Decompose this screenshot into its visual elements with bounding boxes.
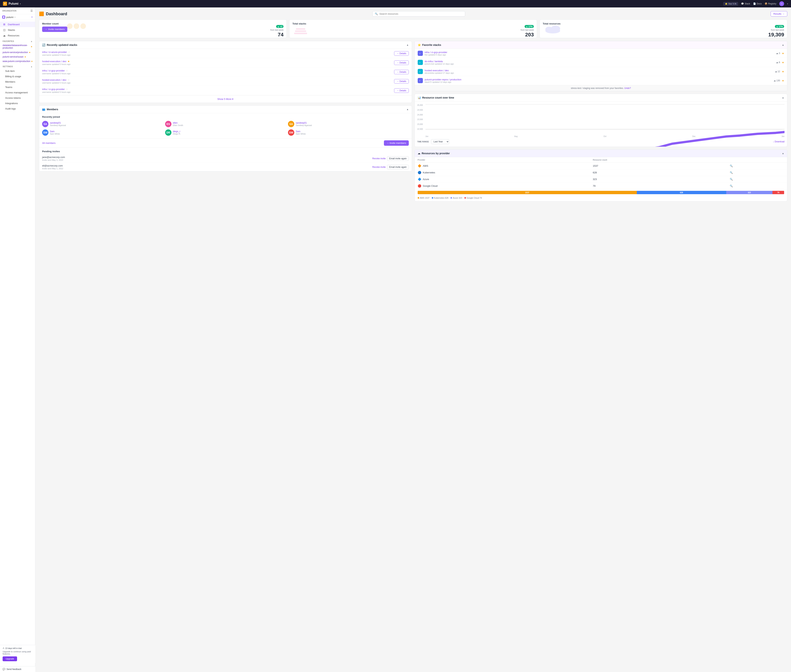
member-username-2[interactable]: sandeep01 bbox=[296, 122, 312, 124]
avatar-0: SA bbox=[42, 121, 48, 127]
fav-star-stack-3[interactable]: ★ bbox=[782, 79, 784, 82]
fav-item-datalake[interactable]: datalake/datawarehouse-production ★ bbox=[0, 43, 35, 50]
details-btn-0[interactable]: → Details bbox=[394, 51, 409, 56]
member-username-5[interactable]: Sam bbox=[296, 130, 306, 133]
members-icon: 👥 bbox=[42, 108, 45, 111]
details-btn-3[interactable]: → Details bbox=[394, 79, 409, 83]
provider-collapse[interactable]: ▲ bbox=[782, 152, 784, 155]
star-icon-2[interactable]: ☆ bbox=[66, 69, 68, 72]
recently-updated-collapse[interactable]: ▲ bbox=[406, 44, 409, 46]
search-icon-1[interactable]: 🔍 bbox=[730, 171, 733, 174]
sidebar-item-members[interactable]: Members bbox=[0, 79, 35, 85]
members-collapse[interactable]: ▲ bbox=[406, 108, 409, 110]
pending-title: Pending invites bbox=[39, 148, 412, 154]
show-more-button[interactable]: Show 5 More ▾ bbox=[217, 98, 233, 101]
sidebar-item-dashboard[interactable]: ⊞ Dashboard bbox=[0, 22, 35, 27]
fav-item-pulumi-service-susan[interactable]: pulumi-service/susan ★ bbox=[0, 54, 35, 59]
member-item-2: SA sandeep01 Sandeep Agarwal bbox=[288, 121, 409, 127]
add-org-button[interactable]: + bbox=[31, 15, 33, 19]
provider-search-3[interactable]: 🔍 bbox=[727, 182, 787, 189]
member-username-3[interactable]: Sam bbox=[50, 130, 60, 133]
pulumi-logo: P bbox=[3, 2, 7, 6]
sidebar-item-billing[interactable]: Billing & usage bbox=[0, 74, 35, 79]
registry-link[interactable]: 📦 Registry bbox=[765, 2, 777, 5]
avatar-chevron[interactable]: ▾ bbox=[787, 3, 788, 5]
docs-link[interactable]: 📄 Docs bbox=[753, 2, 762, 5]
sidebar-toggle[interactable]: ☰ bbox=[30, 9, 33, 12]
fav-stack-name-1[interactable]: do-infra / lambda bbox=[425, 60, 454, 63]
star-icon-1[interactable]: ★ bbox=[67, 60, 70, 63]
star-icon-3[interactable]: ☆ bbox=[67, 78, 70, 81]
fav-stacks-content: G infra / ci-gcp-provider frei updated 5… bbox=[415, 49, 787, 91]
all-members-link[interactable]: All members bbox=[42, 142, 56, 144]
results-button[interactable]: Results → bbox=[770, 11, 787, 16]
search-input[interactable] bbox=[379, 13, 463, 15]
member-username-1[interactable]: ellen bbox=[173, 122, 183, 124]
chart-collapse[interactable]: ▲ bbox=[782, 96, 784, 99]
provider-search-2[interactable]: 🔍 bbox=[727, 176, 787, 182]
fav-star-stack-0[interactable]: ★ bbox=[782, 52, 784, 55]
star-icon-0[interactable]: ☆ bbox=[68, 51, 70, 53]
revoke-btn-1[interactable]: Revoke invite bbox=[372, 165, 385, 169]
invite-members-button-2[interactable]: → Invite members bbox=[384, 140, 409, 146]
stack-name-1[interactable]: hosted-execution / dev ★ bbox=[42, 60, 394, 63]
trial-days: ⚠ 13 days left in trial bbox=[3, 647, 33, 650]
sidebar-item-access-management[interactable]: Access management bbox=[0, 90, 35, 95]
svg-text:H: H bbox=[419, 71, 420, 73]
sidebar-item-access-tokens[interactable]: Access tokens bbox=[0, 95, 35, 101]
topnav-left: P Pulumi ▾ bbox=[3, 2, 21, 6]
sidebar-item-sub[interactable]: Sub item bbox=[0, 68, 35, 74]
search-icon-0[interactable]: 🔍 bbox=[730, 165, 733, 167]
email-again-btn-1[interactable]: Email invite again bbox=[387, 165, 409, 169]
resources-by-provider-header: ☁ Resources by provider ▲ bbox=[415, 150, 787, 157]
fav-stacks-collapse[interactable]: ▲ bbox=[782, 44, 784, 46]
sidebar-header: ORGANIZATION ☰ bbox=[0, 7, 35, 14]
details-btn-2[interactable]: → Details bbox=[394, 70, 409, 74]
settings-collapse-icon: ▲ bbox=[30, 66, 32, 67]
settings-section[interactable]: Settings ▲ bbox=[0, 64, 35, 68]
star-title-icon: ⭐ bbox=[418, 43, 421, 46]
star-badge[interactable]: ⭐ Star 9.0k bbox=[723, 2, 738, 6]
fav-stack-name-3[interactable]: pulumi-provider-repos / production bbox=[425, 78, 462, 81]
sidebar-item-teams[interactable]: Teams bbox=[0, 85, 35, 90]
provider-search-0[interactable]: 🔍 bbox=[727, 163, 787, 169]
stack-item-4: infra / ci-gcp-provider ☆ username updat… bbox=[39, 86, 412, 95]
user-avatar[interactable]: U bbox=[779, 1, 784, 6]
topnav: P Pulumi ▾ ⭐ Star 9.0k 💬 Slack 📄 Docs 📦 … bbox=[0, 0, 791, 7]
org-selector[interactable]: pulumi ▾ + bbox=[0, 14, 35, 20]
star-icon-4[interactable]: ☆ bbox=[66, 88, 68, 91]
undo-link[interactable]: Undo? bbox=[624, 87, 631, 90]
legend-dot-kubernetes bbox=[432, 197, 433, 198]
sidebar-item-resources[interactable]: ☁ Resources bbox=[0, 33, 35, 38]
sidebar-item-stacks[interactable]: ◫ Stacks bbox=[0, 27, 35, 33]
sidebar-item-integrations[interactable]: Integrations bbox=[0, 101, 35, 106]
upgrade-button[interactable]: Upgrade bbox=[3, 656, 17, 661]
stack-name-4[interactable]: infra / ci-gcp-provider ☆ bbox=[42, 88, 394, 91]
send-feedback-button[interactable]: 💬 Send feedback bbox=[0, 666, 35, 672]
details-btn-1[interactable]: → Details bbox=[394, 61, 409, 65]
member-username-0[interactable]: sandeep01 bbox=[50, 122, 66, 124]
stack-name-3[interactable]: hosted-execution / dev ☆ bbox=[42, 78, 394, 81]
fav-item-pulumi-service-prod[interactable]: pulumi-service/production ★ bbox=[0, 50, 35, 54]
sidebar-item-audit-logs[interactable]: Audit logs bbox=[0, 106, 35, 111]
fav-stack-name-2[interactable]: hosted execution / dev bbox=[425, 69, 454, 72]
search-icon-2[interactable]: 🔍 bbox=[730, 178, 733, 181]
invite-members-button[interactable]: → Invite members bbox=[42, 27, 67, 32]
fav-star-stack-1[interactable]: ★ bbox=[782, 61, 784, 64]
details-btn-4[interactable]: → Details bbox=[394, 88, 409, 93]
members-header: 👥 Members ▲ bbox=[39, 106, 412, 113]
fav-item-www-pulumi[interactable]: www.pulumi.com/production ★ bbox=[0, 59, 35, 64]
search-bar[interactable]: 🔍 bbox=[372, 11, 465, 16]
member-username-4[interactable]: diego_r bbox=[173, 130, 181, 133]
favorites-section[interactable]: Favorites ▲ bbox=[0, 38, 35, 43]
stack-name-2[interactable]: infra / ci-gcp-provider ☆ bbox=[42, 69, 394, 72]
provider-search-1[interactable]: 🔍 bbox=[727, 169, 787, 176]
slack-link[interactable]: 💬 Slack bbox=[741, 2, 750, 5]
stack-name-0[interactable]: infra / ci-azure-provider ☆ bbox=[42, 51, 394, 53]
email-again-btn-0[interactable]: Email invite again bbox=[387, 156, 409, 161]
fav-star-stack-2[interactable]: ★ bbox=[782, 70, 784, 73]
revoke-btn-0[interactable]: Revoke invite bbox=[372, 156, 385, 161]
search-icon-3[interactable]: 🔍 bbox=[730, 184, 733, 187]
brand-chevron[interactable]: ▾ bbox=[20, 3, 21, 5]
fav-stack-name-0[interactable]: infra / ci-gcp-provider bbox=[425, 51, 447, 54]
